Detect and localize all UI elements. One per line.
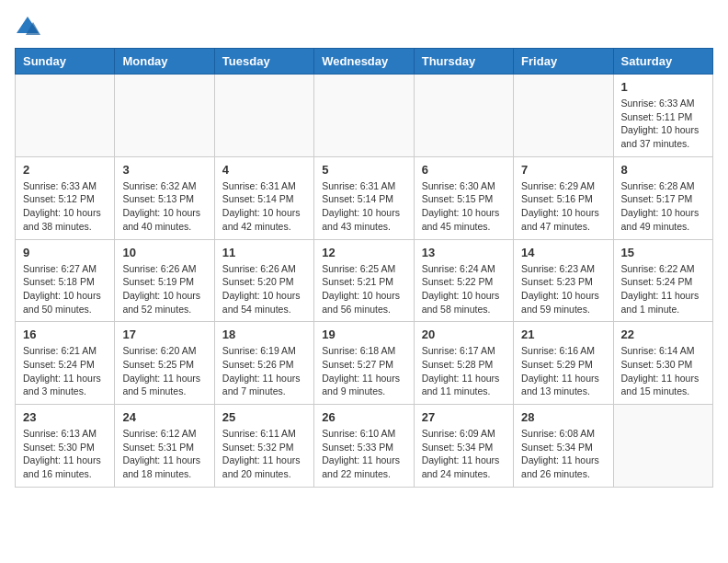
- weekday-header-wednesday: Wednesday: [314, 49, 414, 75]
- weekday-header-saturday: Saturday: [613, 49, 712, 75]
- day-info: Sunrise: 6:27 AM Sunset: 5:18 PM Dayligh…: [23, 262, 107, 316]
- weekday-header-row: SundayMondayTuesdayWednesdayThursdayFrid…: [16, 49, 713, 75]
- day-info: Sunrise: 6:33 AM Sunset: 5:11 PM Dayligh…: [621, 97, 705, 151]
- day-number: 18: [222, 327, 306, 341]
- day-cell: 23Sunrise: 6:13 AM Sunset: 5:30 PM Dayli…: [16, 405, 115, 488]
- day-cell: [514, 75, 613, 157]
- calendar-table: SundayMondayTuesdayWednesdayThursdayFrid…: [15, 48, 713, 488]
- day-info: Sunrise: 6:12 AM Sunset: 5:31 PM Dayligh…: [122, 427, 206, 481]
- logo: [15, 15, 44, 40]
- day-number: 20: [422, 327, 506, 341]
- week-row-2: 2Sunrise: 6:33 AM Sunset: 5:12 PM Daylig…: [16, 156, 713, 239]
- weekday-header-monday: Monday: [115, 49, 214, 75]
- day-cell: 13Sunrise: 6:24 AM Sunset: 5:22 PM Dayli…: [414, 239, 513, 322]
- week-row-1: 1Sunrise: 6:33 AM Sunset: 5:11 PM Daylig…: [16, 75, 713, 157]
- day-number: 21: [521, 327, 605, 341]
- day-info: Sunrise: 6:31 AM Sunset: 5:14 PM Dayligh…: [322, 179, 405, 234]
- day-cell: 10Sunrise: 6:26 AM Sunset: 5:19 PM Dayli…: [115, 239, 214, 322]
- day-info: Sunrise: 6:26 AM Sunset: 5:19 PM Dayligh…: [122, 262, 206, 316]
- weekday-header-friday: Friday: [514, 49, 613, 75]
- day-number: 2: [23, 163, 107, 177]
- day-cell: [314, 75, 414, 157]
- day-number: 16: [23, 327, 107, 341]
- day-cell: 28Sunrise: 6:08 AM Sunset: 5:34 PM Dayli…: [514, 405, 613, 488]
- day-number: 9: [23, 246, 107, 259]
- day-number: 25: [222, 410, 306, 424]
- day-info: Sunrise: 6:33 AM Sunset: 5:12 PM Dayligh…: [23, 179, 107, 234]
- day-info: Sunrise: 6:30 AM Sunset: 5:15 PM Dayligh…: [422, 179, 506, 234]
- day-info: Sunrise: 6:10 AM Sunset: 5:33 PM Dayligh…: [322, 427, 405, 481]
- day-number: 8: [621, 163, 705, 177]
- day-info: Sunrise: 6:17 AM Sunset: 5:28 PM Dayligh…: [422, 344, 506, 398]
- weekday-header-thursday: Thursday: [414, 49, 513, 75]
- day-cell: 1Sunrise: 6:33 AM Sunset: 5:11 PM Daylig…: [613, 75, 712, 157]
- weekday-header-sunday: Sunday: [16, 49, 115, 75]
- day-cell: 6Sunrise: 6:30 AM Sunset: 5:15 PM Daylig…: [414, 156, 513, 239]
- day-number: 22: [621, 327, 705, 341]
- day-cell: 14Sunrise: 6:23 AM Sunset: 5:23 PM Dayli…: [514, 239, 613, 322]
- day-cell: 5Sunrise: 6:31 AM Sunset: 5:14 PM Daylig…: [314, 156, 414, 239]
- day-cell: 26Sunrise: 6:10 AM Sunset: 5:33 PM Dayli…: [314, 405, 414, 488]
- day-cell: 21Sunrise: 6:16 AM Sunset: 5:29 PM Dayli…: [514, 322, 613, 405]
- day-number: 11: [222, 246, 306, 259]
- day-cell: 15Sunrise: 6:22 AM Sunset: 5:24 PM Dayli…: [613, 239, 712, 322]
- day-info: Sunrise: 6:18 AM Sunset: 5:27 PM Dayligh…: [322, 344, 405, 398]
- day-number: 24: [122, 410, 206, 424]
- day-cell: 20Sunrise: 6:17 AM Sunset: 5:28 PM Dayli…: [414, 322, 513, 405]
- day-cell: 16Sunrise: 6:21 AM Sunset: 5:24 PM Dayli…: [16, 322, 115, 405]
- day-info: Sunrise: 6:14 AM Sunset: 5:30 PM Dayligh…: [621, 344, 705, 398]
- day-number: 5: [322, 163, 405, 177]
- day-info: Sunrise: 6:20 AM Sunset: 5:25 PM Dayligh…: [122, 344, 206, 398]
- day-info: Sunrise: 6:16 AM Sunset: 5:29 PM Dayligh…: [521, 344, 605, 398]
- day-info: Sunrise: 6:22 AM Sunset: 5:24 PM Dayligh…: [621, 262, 705, 316]
- day-number: 4: [222, 163, 306, 177]
- day-number: 15: [621, 246, 705, 259]
- day-cell: 11Sunrise: 6:26 AM Sunset: 5:20 PM Dayli…: [214, 239, 313, 322]
- day-number: 7: [521, 163, 605, 177]
- day-number: 28: [521, 410, 605, 424]
- day-number: 19: [322, 327, 405, 341]
- day-number: 10: [122, 246, 206, 259]
- day-number: 12: [322, 246, 405, 259]
- day-cell: 8Sunrise: 6:28 AM Sunset: 5:17 PM Daylig…: [613, 156, 712, 239]
- day-cell: [214, 75, 313, 157]
- day-info: Sunrise: 6:31 AM Sunset: 5:14 PM Dayligh…: [222, 179, 306, 234]
- week-row-5: 23Sunrise: 6:13 AM Sunset: 5:30 PM Dayli…: [16, 405, 713, 488]
- day-cell: [115, 75, 214, 157]
- day-number: 1: [621, 80, 705, 94]
- day-number: 27: [422, 410, 506, 424]
- weekday-header-tuesday: Tuesday: [214, 49, 313, 75]
- day-number: 6: [422, 163, 506, 177]
- day-info: Sunrise: 6:11 AM Sunset: 5:32 PM Dayligh…: [222, 427, 306, 481]
- day-cell: 17Sunrise: 6:20 AM Sunset: 5:25 PM Dayli…: [115, 322, 214, 405]
- day-info: Sunrise: 6:24 AM Sunset: 5:22 PM Dayligh…: [422, 262, 506, 316]
- day-info: Sunrise: 6:19 AM Sunset: 5:26 PM Dayligh…: [222, 344, 306, 398]
- day-number: 3: [122, 163, 206, 177]
- day-info: Sunrise: 6:21 AM Sunset: 5:24 PM Dayligh…: [23, 344, 107, 398]
- day-cell: 3Sunrise: 6:32 AM Sunset: 5:13 PM Daylig…: [115, 156, 214, 239]
- day-number: 14: [521, 246, 605, 259]
- day-cell: 22Sunrise: 6:14 AM Sunset: 5:30 PM Dayli…: [613, 322, 712, 405]
- day-cell: 7Sunrise: 6:29 AM Sunset: 5:16 PM Daylig…: [514, 156, 613, 239]
- day-info: Sunrise: 6:23 AM Sunset: 5:23 PM Dayligh…: [521, 262, 605, 316]
- day-info: Sunrise: 6:13 AM Sunset: 5:30 PM Dayligh…: [23, 427, 107, 481]
- day-number: 26: [322, 410, 405, 424]
- day-cell: 24Sunrise: 6:12 AM Sunset: 5:31 PM Dayli…: [115, 405, 214, 488]
- day-info: Sunrise: 6:25 AM Sunset: 5:21 PM Dayligh…: [322, 262, 405, 316]
- logo-icon: [15, 15, 40, 40]
- day-cell: 19Sunrise: 6:18 AM Sunset: 5:27 PM Dayli…: [314, 322, 414, 405]
- day-cell: [414, 75, 513, 157]
- day-info: Sunrise: 6:29 AM Sunset: 5:16 PM Dayligh…: [521, 179, 605, 234]
- day-cell: 27Sunrise: 6:09 AM Sunset: 5:34 PM Dayli…: [414, 405, 513, 488]
- day-info: Sunrise: 6:08 AM Sunset: 5:34 PM Dayligh…: [521, 427, 605, 481]
- day-info: Sunrise: 6:32 AM Sunset: 5:13 PM Dayligh…: [122, 179, 206, 234]
- page-header: [15, 15, 713, 40]
- day-cell: 25Sunrise: 6:11 AM Sunset: 5:32 PM Dayli…: [214, 405, 313, 488]
- day-number: 13: [422, 246, 506, 259]
- day-info: Sunrise: 6:09 AM Sunset: 5:34 PM Dayligh…: [422, 427, 506, 481]
- day-info: Sunrise: 6:26 AM Sunset: 5:20 PM Dayligh…: [222, 262, 306, 316]
- day-cell: 12Sunrise: 6:25 AM Sunset: 5:21 PM Dayli…: [314, 239, 414, 322]
- day-info: Sunrise: 6:28 AM Sunset: 5:17 PM Dayligh…: [621, 179, 705, 234]
- day-cell: 18Sunrise: 6:19 AM Sunset: 5:26 PM Dayli…: [214, 322, 313, 405]
- day-number: 17: [122, 327, 206, 341]
